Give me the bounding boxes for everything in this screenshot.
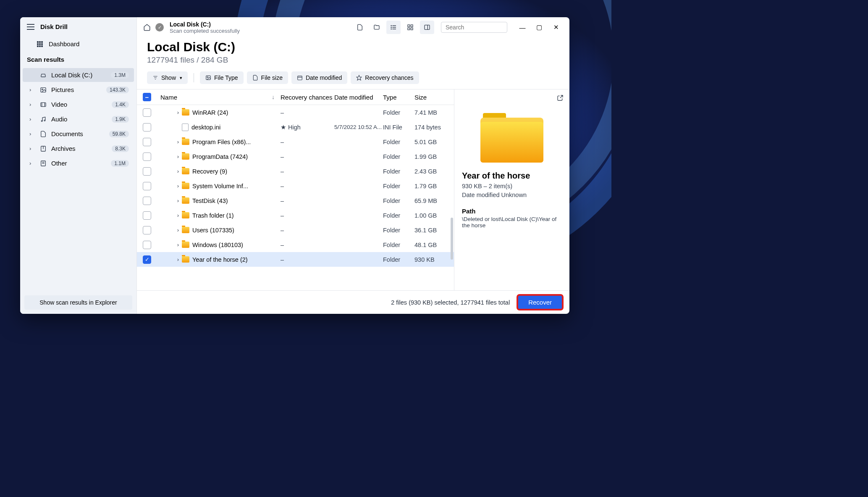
nav-dashboard[interactable]: Dashboard: [20, 36, 136, 52]
sidebar-item-video[interactable]: › Video 1.4K: [23, 97, 134, 111]
toolbar: Show File Type File size Date modified R…: [137, 66, 569, 89]
col-name-header[interactable]: Name ↓: [155, 94, 281, 101]
breadcrumb-title: Local Disk (C:): [170, 21, 240, 28]
date-modified-filter-button[interactable]: Date modified: [291, 71, 347, 84]
svg-point-17: [391, 27, 391, 27]
col-recovery-header[interactable]: Recovery chances: [281, 94, 334, 101]
expand-icon[interactable]: ›: [160, 256, 179, 263]
grid-view-icon[interactable]: [403, 21, 417, 34]
table-row[interactable]: › Recovery (9) – Folder 2.43 GB: [137, 164, 454, 179]
sort-arrow-icon: ↓: [272, 94, 275, 100]
show-in-explorer-button[interactable]: Show scan results in Explorer: [24, 295, 132, 310]
sidebar-item-count: 1.3M: [111, 72, 129, 79]
sidebar-item-archive[interactable]: › Archives 8.3K: [23, 142, 134, 155]
scrollbar[interactable]: [451, 218, 453, 260]
svg-rect-21: [408, 28, 410, 30]
sidebar-item-count: 8.3K: [112, 145, 129, 152]
row-checkbox[interactable]: [143, 182, 151, 190]
svg-rect-19: [408, 25, 410, 27]
row-checkbox[interactable]: [143, 138, 151, 146]
file-type-filter-button[interactable]: File Type: [200, 71, 244, 84]
panel-view-icon[interactable]: [420, 21, 434, 34]
table-row[interactable]: › WinRAR (24) – Folder 7.41 MB: [137, 105, 454, 120]
expand-icon[interactable]: ›: [160, 153, 179, 160]
expand-icon[interactable]: ›: [160, 139, 179, 145]
sidebar-item-image[interactable]: › Pictures 143.3K: [23, 83, 134, 97]
table-row[interactable]: › ProgramData (7424) – Folder 1.99 GB: [137, 149, 454, 164]
sidebar-item-audio[interactable]: › Audio 1.9K: [23, 112, 134, 126]
table-row[interactable]: › Windows (180103) – Folder 48.1 GB: [137, 237, 454, 252]
table-row[interactable]: › Users (107335) – Folder 36.1 GB: [137, 223, 454, 237]
filter-icon: [152, 75, 158, 81]
sidebar-header: Disk Drill: [20, 17, 136, 36]
sidebar-item-count: 143.3K: [106, 87, 129, 93]
list-view-icon[interactable]: [386, 21, 401, 34]
expand-icon[interactable]: ›: [160, 109, 179, 116]
row-checkbox[interactable]: [143, 153, 151, 161]
sidebar-item-other[interactable]: › Other 1.1M: [23, 156, 134, 170]
row-checkbox[interactable]: [143, 197, 151, 205]
maximize-button[interactable]: ▢: [532, 21, 547, 34]
header-checkbox[interactable]: −: [143, 93, 151, 101]
row-name: Year of the horse (2): [192, 256, 248, 263]
content-area: − Name ↓ Recovery chances Date modified …: [137, 89, 569, 290]
row-checkbox[interactable]: [143, 123, 151, 131]
minimize-button[interactable]: —: [515, 21, 530, 34]
search-box[interactable]: [441, 22, 507, 33]
col-date-header[interactable]: Date modified: [334, 94, 383, 101]
col-size-header[interactable]: Size: [414, 94, 448, 101]
sidebar-item-document[interactable]: › Documents 59.8K: [23, 127, 134, 141]
row-checkbox[interactable]: ✓: [143, 255, 151, 264]
show-filter-button[interactable]: Show: [147, 71, 188, 84]
svg-point-2: [42, 89, 43, 90]
col-type-header[interactable]: Type: [383, 94, 414, 101]
close-button[interactable]: ✕: [548, 21, 564, 34]
size-cell: 48.1 GB: [414, 242, 448, 248]
row-checkbox[interactable]: [143, 167, 151, 176]
sidebar-item-disk[interactable]: › Local Disk (C:) 1.3M: [23, 68, 134, 82]
svg-rect-32: [298, 76, 302, 80]
file-size-filter-button[interactable]: File size: [247, 71, 288, 84]
topbar: ✓ Local Disk (C:) Scan completed success…: [137, 17, 569, 37]
search-input[interactable]: [446, 24, 519, 31]
sidebar-item-count: 1.4K: [112, 101, 129, 108]
app-name: Disk Drill: [40, 23, 68, 30]
table-row[interactable]: desktop.ini ★High 5/7/2022 10:52 A... IN…: [137, 120, 454, 134]
table-row[interactable]: › Trash folder (1) – Folder 1.00 GB: [137, 208, 454, 223]
menu-icon[interactable]: [27, 24, 34, 30]
expand-icon[interactable]: ›: [160, 168, 179, 174]
row-name: WinRAR (24): [192, 109, 228, 116]
row-checkbox[interactable]: [143, 108, 151, 117]
table-row[interactable]: › System Volume Inf... – Folder 1.79 GB: [137, 179, 454, 193]
row-checkbox[interactable]: [143, 211, 151, 220]
row-checkbox[interactable]: [143, 241, 151, 249]
recovery-cell: –: [281, 183, 334, 189]
recovery-cell: –: [281, 256, 334, 263]
table-row[interactable]: ✓ › Year of the horse (2) – Folder 930 K…: [137, 252, 454, 267]
row-checkbox[interactable]: [143, 226, 151, 234]
sidebar-item-label: Documents: [51, 130, 105, 137]
folder-icon: [182, 227, 189, 233]
expand-icon[interactable]: ›: [160, 197, 179, 204]
expand-icon[interactable]: ›: [160, 242, 179, 248]
recovery-chances-filter-button[interactable]: Recovery chances: [351, 71, 419, 84]
name-cell: › Trash folder (1): [155, 212, 281, 219]
file-view-icon[interactable]: [353, 21, 367, 34]
sidebar-item-label: Other: [51, 160, 107, 167]
main-area: ✓ Local Disk (C:) Scan completed success…: [137, 17, 569, 314]
expand-icon[interactable]: ›: [160, 183, 179, 189]
type-cell: INI File: [383, 124, 414, 131]
expand-icon[interactable]: ›: [160, 212, 179, 218]
table-row[interactable]: › Program Files (x86)... – Folder 5.01 G…: [137, 134, 454, 149]
folder-icon: [182, 197, 189, 204]
table-row[interactable]: › TestDisk (43) – Folder 65.9 MB: [137, 193, 454, 208]
footer: 2 files (930 KB) selected, 1277941 files…: [137, 290, 569, 314]
folder-view-icon[interactable]: [370, 21, 384, 34]
recovery-cell: –: [281, 139, 334, 145]
expand-icon[interactable]: ›: [160, 227, 179, 233]
home-icon[interactable]: [143, 23, 151, 32]
size-cell: 1.99 GB: [414, 153, 448, 160]
chevron-right-icon: ›: [29, 145, 35, 152]
recover-button[interactable]: Recover: [517, 295, 563, 310]
popout-icon[interactable]: [556, 94, 564, 102]
